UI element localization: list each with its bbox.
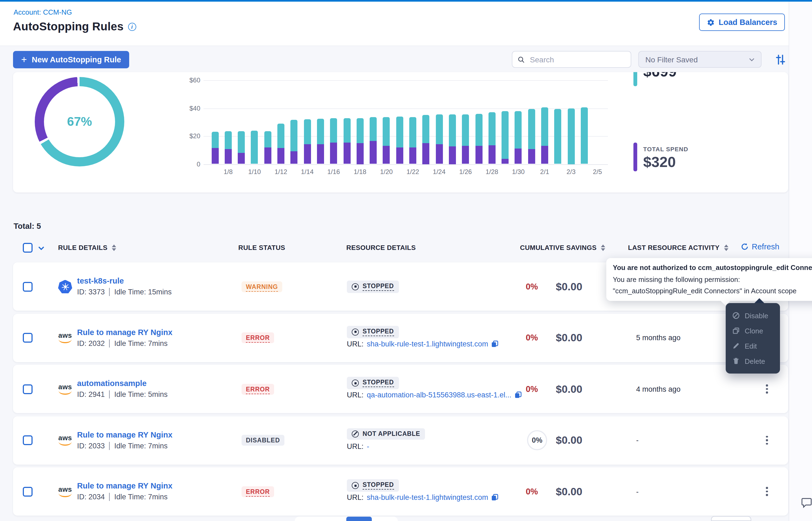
edit-icon [732,342,740,350]
rule-name-link[interactable]: Rule to manage RY Nginx [77,328,172,336]
bar-segment-savings [277,123,284,148]
resource-state-badge: NOT APPLICABLE [347,428,425,439]
rule-status-badge: WARNING [241,281,282,292]
bar-segment-spend [317,144,324,164]
row-menu-kebab-icon[interactable] [762,485,772,498]
bar-segment-spend [343,142,350,164]
sort-icon[interactable] [724,245,728,251]
x-axis-label: 1/14 [296,168,318,176]
search-box[interactable] [512,51,631,68]
savings-percent: 0% [510,281,538,291]
menu-item-delete[interactable]: Delete [726,354,780,369]
copy-icon[interactable] [491,340,498,347]
rule-row[interactable]: awsRule to manage RY NginxID: 2032Idle T… [13,314,788,362]
autostopping-rules-page: Account: CCM-NG AutoStopping Rules i Loa… [0,0,812,521]
menu-item-edit[interactable]: Edit [726,338,780,354]
row-checkbox[interactable] [23,384,33,394]
savings-amount: $0.00 [556,280,582,293]
bar-segment-savings [291,120,298,152]
rule-name-link[interactable]: automationsample [77,379,147,388]
bar-segment-spend [489,145,495,164]
x-axis-label: 1/20 [376,168,397,176]
column-last-resource-activity[interactable]: LAST RESOURCE ACTIVITY [628,244,728,252]
resource-state-badge: STOPPED [347,325,399,338]
row-checkbox[interactable] [23,281,33,291]
delete-icon [732,357,740,365]
load-balancers-button[interactable]: Load Balancers [699,14,785,31]
stopped-icon [352,482,359,489]
bar-segment-savings [541,107,548,146]
top-accent-bar [0,0,812,2]
bar-segment-savings [396,117,403,147]
account-breadcrumb-link[interactable]: Account: CCM-NG [14,8,72,16]
bar-segment-savings [528,109,535,149]
row-checkbox[interactable] [23,333,33,343]
rule-row[interactable]: awsRule to manage RY NginxID: 2034Idle T… [13,467,788,516]
rule-name-link[interactable]: Rule to manage RY Nginx [77,481,172,490]
bar-segment-savings [515,111,522,149]
rule-meta: ID: 2032Idle Time: 7mins [77,339,168,347]
bar-segment-savings [304,119,311,144]
x-axis-label: 1/18 [349,168,371,176]
rule-status-cell: DISABLED [241,435,284,446]
bar-segment-savings [251,130,258,164]
clone-icon [732,327,740,335]
x-axis-label: 2/3 [560,168,582,176]
row-checkbox[interactable] [23,435,33,445]
total-spend-label: TOTAL SPEND [643,146,688,152]
column-cumulative-savings[interactable]: CUMULATIVE SAVINGS [520,244,605,252]
column-rule-details[interactable]: RULE DETAILS [58,244,116,252]
new-autostopping-rule-button[interactable]: + New AutoStopping Rule [13,51,129,68]
sort-icon[interactable] [112,245,116,251]
resource-url-link[interactable]: sha-bulk-rule-test-1.lightwingtest.com [367,493,488,501]
savings-amount: $0.00 [556,485,582,498]
bar-segment-savings [423,115,430,143]
menu-item-clone[interactable]: Clone [726,323,780,338]
resource-url-link[interactable]: sha-bulk-rule-test-1.lightwingtest.com [367,340,488,348]
sort-icon[interactable] [601,245,605,251]
select-all-checkbox[interactable] [23,243,33,253]
row-menu-kebab-icon[interactable] [762,383,772,395]
saved-filter-dropdown[interactable]: No Filter Saved [638,51,762,68]
savings-donut-chart: 67% [35,77,124,166]
rule-status-cell: WARNING [241,281,282,292]
row-menu-kebab-icon[interactable] [762,434,772,447]
x-axis-label: 1/30 [508,168,529,176]
rule-row[interactable]: awsRule to manage RY NginxID: 2033Idle T… [13,416,788,465]
divider [109,390,110,399]
info-icon[interactable]: i [128,23,136,31]
summary-chart-card: $60 $40 $20 0 67% $699 TOTAL SPEND $320 … [13,72,788,192]
rule-name-link[interactable]: test-k8s-rule [77,276,124,285]
rule-row[interactable]: awsautomationsampleID: 2941Idle Time: 5m… [13,365,788,413]
rule-name-link[interactable]: Rule to manage RY Nginx [77,430,172,439]
refresh-button[interactable]: Refresh [741,242,779,251]
bar-segment-savings [343,118,350,142]
provider-icon-wrap: aws [58,486,73,497]
bar-segment-savings [489,112,495,145]
filter-sliders-icon[interactable] [775,54,786,65]
bar-segment-savings [581,107,588,164]
resource-url-link[interactable]: qa-automation-alb-515563988.us-east-1.el… [367,391,512,399]
select-menu-chevron-icon[interactable] [38,246,44,250]
copy-icon[interactable] [491,494,498,501]
pagination-current-page[interactable] [346,517,372,521]
x-axis-label: 2/5 [586,168,608,176]
pagination-button[interactable] [711,516,751,521]
savings-percent-ring: 0% [527,430,547,450]
savings-percent: 0% [510,333,538,343]
x-axis-label: 1/16 [323,168,344,176]
resource-url-line: URL:sha-bulk-rule-test-1.lightwingtest.c… [347,340,498,348]
bar-segment-savings [370,117,377,141]
search-input[interactable] [529,54,625,64]
resource-state-badge: STOPPED [347,479,399,492]
y-axis-label: $20 [176,132,200,140]
resource-url-link[interactable]: - [367,442,369,450]
last-activity: - [636,436,639,444]
menu-item-disable[interactable]: Disable [726,308,780,323]
chat-bubble-icon[interactable] [801,497,812,509]
bar-segment-spend [396,147,403,164]
bar-segment-spend [264,147,271,164]
page-title-row: AutoStopping Rules i [13,20,136,33]
rule-status-cell: ERROR [241,384,274,394]
row-checkbox[interactable] [23,486,33,496]
